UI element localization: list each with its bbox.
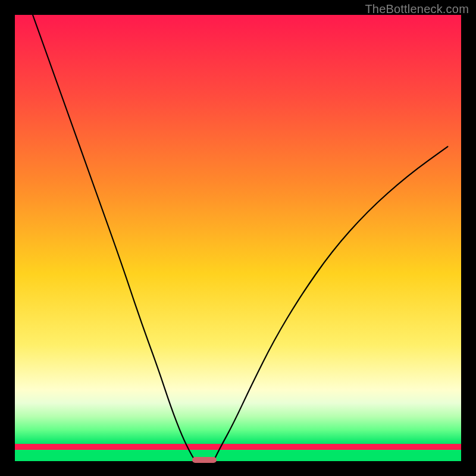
curve-left-branch: [33, 15, 196, 461]
curve-right-branch: [214, 146, 448, 461]
bottleneck-curve: [15, 15, 461, 461]
optimum-marker: [192, 457, 217, 463]
watermark-text: TheBottleneck.com: [365, 2, 469, 16]
chart-canvas: TheBottleneck.com: [0, 0, 476, 476]
